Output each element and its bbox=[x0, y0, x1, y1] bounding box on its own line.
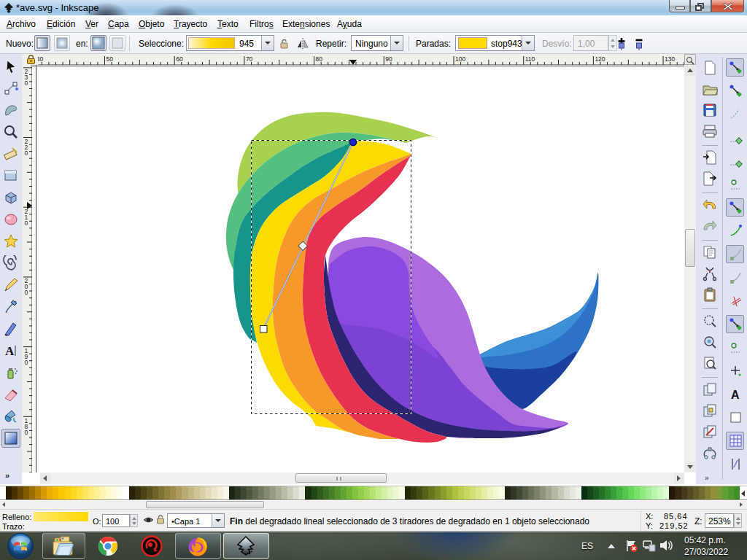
svg-text:0: 0 bbox=[25, 289, 28, 296]
svg-text:0: 0 bbox=[25, 149, 28, 157]
svg-text:70: 70 bbox=[246, 55, 253, 63]
svg-text:90: 90 bbox=[385, 55, 392, 63]
svg-text:110: 110 bbox=[525, 55, 535, 63]
svg-text:60: 60 bbox=[176, 55, 183, 63]
svg-text:100: 100 bbox=[455, 55, 465, 63]
svg-text:0: 0 bbox=[25, 79, 28, 87]
svg-text:A: A bbox=[5, 344, 15, 358]
svg-text:A: A bbox=[731, 389, 740, 401]
svg-text:130: 130 bbox=[665, 55, 675, 63]
svg-text:0: 0 bbox=[25, 429, 28, 436]
svg-text:0: 0 bbox=[25, 359, 28, 366]
svg-text:50: 50 bbox=[107, 55, 114, 63]
svg-text:80: 80 bbox=[316, 55, 323, 63]
svg-text:0: 0 bbox=[25, 219, 28, 227]
svg-text:120: 120 bbox=[595, 55, 605, 63]
